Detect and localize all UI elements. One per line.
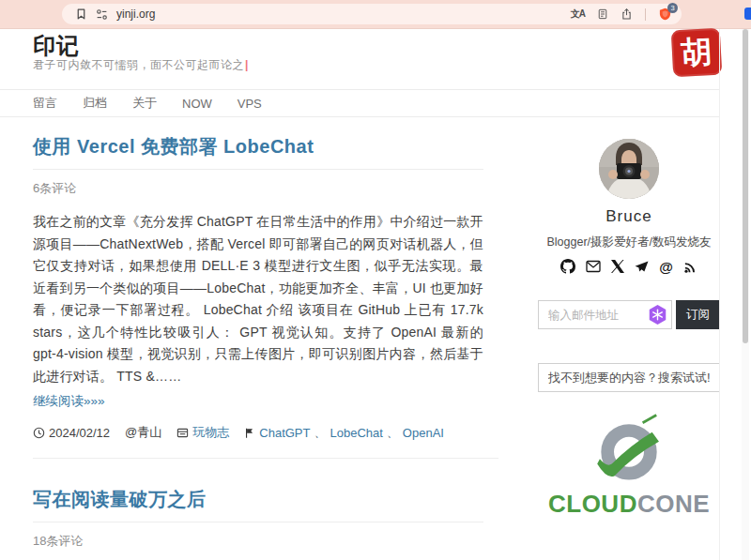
x-twitter-icon[interactable] <box>611 260 624 273</box>
content-right-border <box>719 29 720 560</box>
tag-link[interactable]: LobeChat <box>330 426 382 440</box>
reader-mode-icon[interactable] <box>597 8 608 21</box>
post-divider <box>33 458 498 459</box>
subscribe-button[interactable]: 订阅 <box>676 300 720 329</box>
bookmark-icon[interactable] <box>75 8 87 21</box>
shield-badge: 3 <box>667 3 678 13</box>
nav-item-messages[interactable]: 留言 <box>33 95 57 112</box>
post-title-link[interactable]: 写在阅读量破万之后 <box>33 487 483 522</box>
author-bio: Blogger/摄影爱好者/数码发烧友 <box>538 235 720 250</box>
category-icon <box>176 427 189 439</box>
browser-toolbar: yinji.org 文A 3 <box>0 0 751 29</box>
sidebar: Bruce Blogger/摄影爱好者/数码发烧友 @ <box>538 139 720 519</box>
telegram-icon[interactable] <box>635 261 649 273</box>
post-tags: ChatGPT、 LobeChat、 OpenAI <box>244 424 444 441</box>
toolbar-separator <box>645 8 646 21</box>
subscribe-form: 订阅 <box>538 300 720 329</box>
avatar-photo <box>599 139 659 199</box>
tag-flag-icon <box>244 427 255 439</box>
post-date: 2024/02/12 <box>33 426 110 440</box>
site-tagline: 君子可内敛不可懦弱，面不公可起而论之| <box>33 57 249 73</box>
cloudcone-logo-icon <box>586 411 672 490</box>
comment-count[interactable]: 18条评论 <box>33 533 483 550</box>
cloudcone-ad[interactable]: CLOUDCONE <box>538 411 720 519</box>
category-link[interactable]: 玩物志 <box>192 424 229 441</box>
comment-count[interactable]: 6条评论 <box>33 180 483 197</box>
nav-item-about[interactable]: 关于 <box>132 95 157 112</box>
browser-window: yinji.org 文A 3 印记 君子可内敛不可懦弱，面不公可起而论之| 胡 <box>0 0 751 560</box>
site-seal-logo[interactable]: 胡 <box>671 28 723 78</box>
search-input[interactable] <box>538 363 720 392</box>
tag-separator: 、 <box>387 424 399 441</box>
post-list: 使用 Vercel 免费部署 LobeChat 6条评论 我在之前的文章《充分发… <box>33 134 483 560</box>
post-excerpt: 我在之前的文章《充分发挥 ChatGPT 在日常生活中的作用》中介绍过一款开源项… <box>33 211 483 387</box>
url-text[interactable]: yinji.org <box>116 8 155 21</box>
tag-link[interactable]: OpenAI <box>403 426 444 440</box>
password-manager-extension-icon[interactable] <box>648 304 667 325</box>
translate-icon[interactable]: 文A <box>571 8 585 21</box>
author-avatar <box>599 139 659 199</box>
post-meta: 2024/02/12 @青山 玩物志 ChatGPT、 LobeChat、 Op… <box>33 424 483 441</box>
email-icon[interactable] <box>586 260 601 273</box>
social-links: @ <box>538 259 720 274</box>
post-title-link[interactable]: 使用 Vercel 免费部署 LobeChat <box>33 134 483 170</box>
extension-icon[interactable] <box>744 8 751 20</box>
nav-item-archive[interactable]: 归档 <box>83 95 107 112</box>
cloudcone-wordmark: CLOUDCONE <box>538 490 720 519</box>
mastodon-icon[interactable]: @ <box>659 260 673 274</box>
scrollbar-thumb[interactable] <box>743 29 748 343</box>
share-icon[interactable] <box>621 8 633 21</box>
nav-item-vps[interactable]: VPS <box>238 97 262 111</box>
typing-cursor: | <box>245 58 249 71</box>
nav-item-now[interactable]: NOW <box>182 97 212 111</box>
post-author[interactable]: @青山 <box>125 424 161 441</box>
rss-icon[interactable] <box>683 260 697 274</box>
main-nav: 留言 归档 关于 NOW VPS <box>0 89 720 117</box>
shield-icon[interactable]: 3 <box>658 7 672 22</box>
site-settings-icon[interactable] <box>96 8 108 21</box>
clock-icon <box>33 427 45 439</box>
author-name: Bruce <box>538 207 720 226</box>
post-category: 玩物志 <box>176 424 229 441</box>
tag-link[interactable]: ChatGPT <box>259 426 310 440</box>
github-icon[interactable] <box>560 259 575 274</box>
read-more-link[interactable]: 继续阅读»»» <box>33 393 105 410</box>
address-bar[interactable]: yinji.org 文A 3 <box>62 4 682 24</box>
tag-separator: 、 <box>314 424 326 441</box>
